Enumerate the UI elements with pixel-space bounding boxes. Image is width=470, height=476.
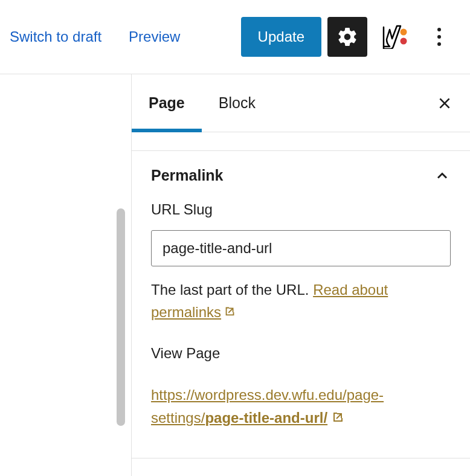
close-sidebar-button[interactable]: [433, 91, 457, 115]
external-link-icon: [331, 410, 346, 424]
url-slug-help: The last part of the URL. Read about per…: [151, 278, 451, 323]
permalink-body: URL Slug The last part of the URL. Read …: [132, 200, 470, 458]
svg-point-1: [401, 38, 407, 45]
url-slug-label: URL Slug: [151, 201, 451, 218]
kebab-icon: [437, 28, 441, 46]
preview-button[interactable]: Preview: [129, 28, 180, 45]
url-slug-input[interactable]: [151, 230, 451, 266]
editor-canvas-region: [0, 74, 131, 476]
tab-page[interactable]: Page: [132, 74, 202, 132]
content-area: Page Block Permalink URL Slug The last p…: [0, 74, 470, 476]
permalink-toggle[interactable]: Permalink: [132, 151, 470, 200]
scrollbar-thumb[interactable]: [117, 208, 125, 426]
yoast-button[interactable]: [373, 17, 413, 57]
sidebar-tabs: Page Block: [132, 74, 470, 132]
settings-sidebar: Page Block Permalink URL Slug The last p…: [131, 74, 470, 476]
close-icon: [437, 95, 452, 111]
editor-toolbar: Switch to draft Preview Update: [0, 0, 470, 74]
permalink-title: Permalink: [151, 167, 224, 184]
more-menu-button[interactable]: [419, 17, 459, 57]
update-button[interactable]: Update: [241, 17, 321, 57]
view-page-label: View Page: [151, 345, 451, 362]
yoast-icon: [379, 25, 408, 49]
url-slug-part: page-title-and-url/: [205, 410, 327, 426]
chevron-up-icon: [434, 167, 451, 184]
settings-button[interactable]: [327, 17, 367, 57]
help-text-static: The last part of the URL.: [151, 281, 313, 298]
switch-to-draft-button[interactable]: Switch to draft: [10, 28, 101, 45]
toolbar-left-group: Switch to draft Preview: [10, 28, 180, 45]
permalink-panel: Permalink URL Slug The last part of the …: [132, 150, 470, 458]
gear-icon: [336, 26, 358, 48]
external-link-icon: [224, 304, 237, 318]
view-page-url-link[interactable]: https://wordpress.dev.wfu.edu/page-setti…: [151, 387, 384, 425]
tab-block[interactable]: Block: [202, 74, 272, 132]
svg-point-0: [401, 29, 407, 36]
